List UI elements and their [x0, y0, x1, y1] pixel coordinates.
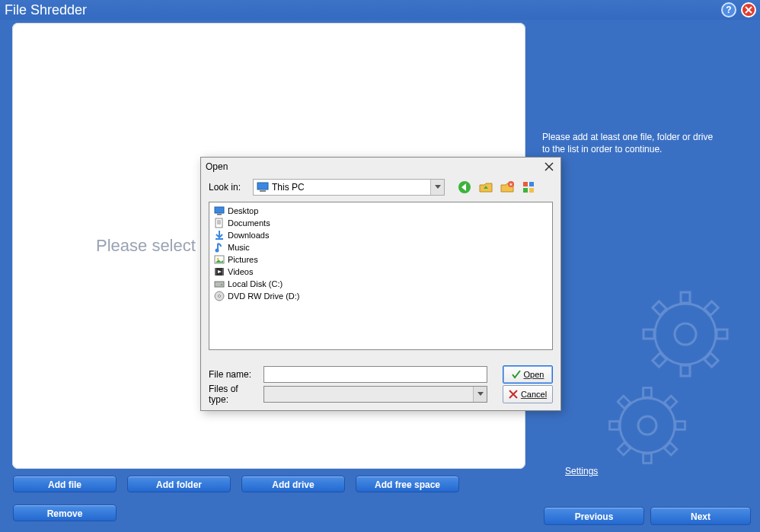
svg-text:✶: ✶	[509, 182, 513, 187]
add-file-button[interactable]: Add file	[13, 476, 117, 492]
file-item-label: Pictures	[228, 255, 258, 264]
svg-rect-29	[222, 268, 224, 276]
svg-rect-8	[257, 183, 268, 190]
back-icon[interactable]	[457, 180, 472, 195]
svg-point-31	[221, 284, 222, 285]
filename-label: File name:	[209, 369, 260, 380]
remove-button[interactable]: Remove	[13, 505, 117, 521]
lookin-dropdown[interactable]: This PC	[253, 179, 445, 196]
filename-input[interactable]	[263, 366, 487, 383]
filetype-dropdown[interactable]	[263, 386, 487, 403]
svg-rect-17	[215, 207, 224, 213]
gears-decoration	[594, 281, 754, 479]
file-item-label: DVD RW Drive (D:)	[228, 291, 300, 301]
dialog-title: Open	[206, 161, 228, 172]
chevron-down-icon	[430, 180, 444, 195]
x-icon	[509, 390, 518, 399]
svg-point-6	[620, 398, 675, 453]
file-item[interactable]: Downloads	[214, 229, 548, 241]
app-header: File Shredder ?	[0, 0, 760, 20]
check-icon	[512, 370, 521, 379]
svg-text:?: ?	[726, 5, 731, 15]
svg-point-7	[638, 416, 656, 435]
file-item-label: Documents	[228, 218, 270, 228]
svg-point-33	[219, 295, 221, 298]
open-file-dialog: Open Look in: This PC ✶ DesktopDocuments…	[200, 157, 561, 411]
app-title: File Shredder	[5, 2, 87, 18]
lookin-value: This PC	[272, 182, 305, 193]
file-item[interactable]: Pictures	[214, 253, 548, 266]
filetype-label: Files of type:	[209, 384, 260, 405]
svg-rect-9	[260, 190, 266, 192]
svg-rect-16	[529, 188, 534, 193]
svg-point-4	[675, 323, 696, 345]
document-icon	[214, 218, 225, 228]
help-icon[interactable]: ?	[720, 2, 737, 18]
disk-icon	[214, 279, 225, 289]
add-folder-button[interactable]: Add folder	[127, 476, 231, 492]
previous-button[interactable]: Previous	[544, 507, 644, 525]
chevron-down-icon	[473, 387, 487, 402]
info-text: Please add at least one file, folder or …	[542, 131, 748, 155]
settings-link[interactable]: Settings	[565, 466, 598, 476]
file-item-label: Music	[228, 243, 250, 252]
file-item[interactable]: Music	[214, 241, 548, 253]
svg-point-3	[655, 304, 716, 365]
svg-rect-13	[523, 182, 528, 186]
music-icon	[214, 242, 225, 253]
video-icon	[214, 266, 225, 277]
file-item-label: Videos	[228, 267, 253, 276]
file-item-label: Local Disk (C:)	[228, 279, 283, 288]
svg-rect-18	[217, 214, 222, 215]
svg-rect-30	[215, 282, 224, 287]
file-item[interactable]: Desktop	[214, 205, 548, 217]
file-item[interactable]: Local Disk (C:)	[214, 278, 548, 290]
file-item-label: Desktop	[228, 206, 258, 215]
open-button[interactable]: Open	[503, 365, 553, 384]
placeholder-text: Please select	[96, 236, 196, 256]
lookin-label: Look in:	[209, 182, 248, 193]
svg-rect-28	[215, 268, 216, 276]
download-icon	[214, 230, 225, 241]
file-list[interactable]: DesktopDocumentsDownloadsMusicPicturesVi…	[209, 202, 553, 350]
dvd-icon	[214, 291, 225, 301]
svg-point-24	[216, 249, 219, 253]
desktop-icon	[214, 205, 225, 216]
add-free-space-button[interactable]: Add free space	[356, 476, 459, 492]
picture-icon	[214, 254, 225, 265]
svg-rect-19	[216, 218, 222, 228]
add-drive-button[interactable]: Add drive	[241, 476, 345, 492]
file-item[interactable]: DVD RW Drive (D:)	[214, 290, 548, 302]
dialog-close-button[interactable]	[542, 160, 556, 174]
svg-rect-5	[681, 292, 690, 303]
close-icon[interactable]	[740, 2, 757, 18]
file-item[interactable]: Videos	[214, 266, 548, 278]
svg-rect-15	[523, 188, 528, 193]
view-menu-icon[interactable]	[521, 180, 536, 195]
computer-icon	[257, 182, 269, 193]
up-folder-icon[interactable]	[478, 180, 493, 195]
svg-rect-14	[529, 182, 534, 186]
next-button[interactable]: Next	[650, 507, 751, 525]
file-item-label: Downloads	[228, 231, 269, 240]
new-folder-icon[interactable]: ✶	[500, 180, 515, 195]
file-item[interactable]: Documents	[214, 217, 548, 229]
cancel-button[interactable]: Cancel	[503, 385, 553, 403]
